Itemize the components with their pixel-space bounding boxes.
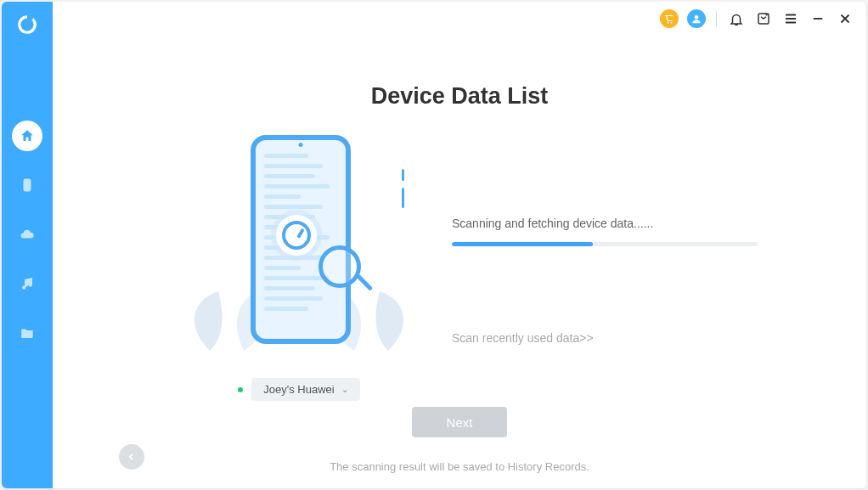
app-window: Device Data List bbox=[2, 2, 866, 488]
content: Device Data List bbox=[53, 36, 866, 488]
cart-icon[interactable] bbox=[660, 9, 679, 28]
minimize-button[interactable] bbox=[809, 9, 827, 28]
nav-music[interactable] bbox=[12, 268, 42, 299]
device-picker: Joey's Huawei ⌄ bbox=[238, 378, 359, 401]
sidebar bbox=[2, 2, 53, 488]
device-name: Joey's Huawei bbox=[263, 383, 334, 396]
back-button[interactable] bbox=[119, 444, 144, 470]
feedback-icon[interactable] bbox=[754, 9, 773, 28]
nav-cloud[interactable] bbox=[12, 219, 42, 250]
notification-icon[interactable] bbox=[727, 9, 746, 28]
svg-rect-0 bbox=[24, 179, 31, 191]
body-row: Joey's Huawei ⌄ Scanning and fetching de… bbox=[53, 110, 866, 401]
nav-home[interactable] bbox=[12, 121, 42, 151]
page-title: Device Data List bbox=[371, 83, 549, 110]
svg-point-1 bbox=[695, 15, 699, 20]
magnifier-icon bbox=[318, 245, 361, 288]
device-select[interactable]: Joey's Huawei ⌄ bbox=[251, 378, 359, 401]
illustration-column: Joey's Huawei ⌄ bbox=[104, 135, 426, 401]
phone-scan-illustration bbox=[201, 135, 397, 356]
titlebar-divider bbox=[716, 11, 717, 26]
device-status-dot bbox=[238, 387, 243, 392]
main-area: Device Data List bbox=[53, 2, 866, 488]
scan-status-text: Scanning and fetching device data...... bbox=[452, 217, 781, 230]
gauge-icon bbox=[276, 215, 317, 256]
progress-track bbox=[452, 242, 758, 246]
scan-recent-link[interactable]: Scan recently used data>> bbox=[452, 331, 781, 345]
chevron-down-icon: ⌄ bbox=[341, 385, 348, 394]
progress-column: Scanning and fetching device data...... … bbox=[452, 135, 815, 345]
nav-folder[interactable] bbox=[12, 318, 42, 348]
titlebar bbox=[53, 2, 866, 36]
next-button-label: Next bbox=[447, 415, 473, 430]
progress-bar bbox=[452, 242, 593, 246]
menu-icon[interactable] bbox=[781, 9, 800, 28]
nav-device[interactable] bbox=[12, 170, 42, 200]
account-icon[interactable] bbox=[687, 9, 706, 28]
next-button[interactable]: Next bbox=[412, 407, 507, 437]
footer-note: The scanning result will be saved to His… bbox=[53, 460, 866, 473]
close-button[interactable] bbox=[836, 9, 854, 28]
app-logo-icon bbox=[16, 14, 38, 36]
